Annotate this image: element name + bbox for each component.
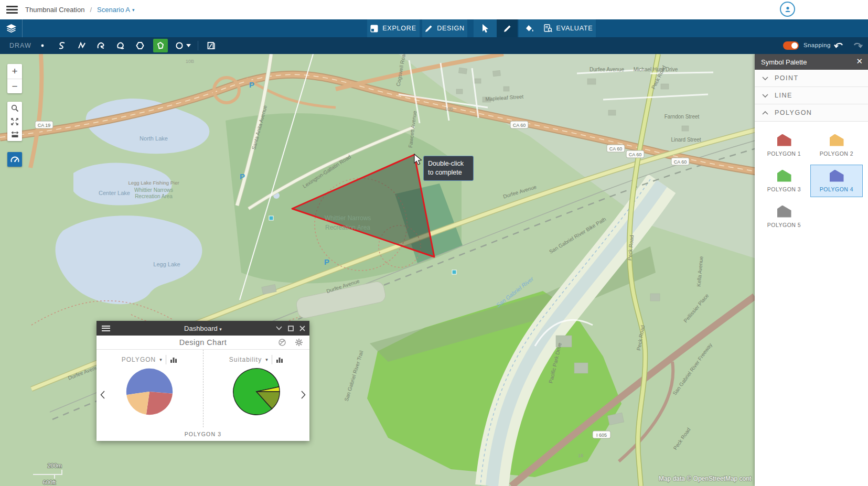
route-badge: I 605 bbox=[593, 431, 610, 438]
hexagon-icon bbox=[136, 41, 144, 50]
select-tool-button[interactable] bbox=[474, 19, 497, 37]
mouse-cursor-icon bbox=[414, 154, 423, 165]
measure-icon bbox=[11, 131, 19, 138]
draw-point-tool[interactable] bbox=[35, 39, 50, 52]
svg-text:CA 60: CA 60 bbox=[629, 152, 642, 157]
palette-symbol-polygon-2[interactable]: POLYGON 2 bbox=[810, 129, 863, 161]
map-label: 10B bbox=[186, 59, 194, 64]
draw-polyline-tool[interactable] bbox=[74, 39, 89, 52]
snapping-toggle[interactable] bbox=[783, 41, 799, 50]
draw-freehand-polygon-tool[interactable] bbox=[113, 39, 128, 52]
sketch-tool-button[interactable] bbox=[497, 19, 518, 37]
map-label: North Lake bbox=[140, 135, 168, 142]
layers-icon bbox=[6, 24, 16, 33]
breadcrumb-scenario[interactable]: Scenario A bbox=[97, 6, 130, 14]
app-root: North LakeCenter LakeLegg LakeLegg Lake … bbox=[0, 0, 868, 486]
chart-field-caret-icon[interactable]: ▾ bbox=[265, 357, 268, 362]
chart-type-icon[interactable] bbox=[170, 357, 178, 363]
palette-symbol-label: POLYGON 4 bbox=[820, 186, 853, 192]
map-label: Michael Hunt Drive bbox=[634, 67, 678, 72]
mode-nav-bar: EXPLORE DESIGN bbox=[0, 19, 868, 37]
draw-freehand-line-tool[interactable] bbox=[94, 39, 109, 52]
app-menu-icon[interactable] bbox=[6, 6, 18, 14]
map-label: Center Lake bbox=[99, 190, 130, 196]
search-icon bbox=[11, 104, 19, 112]
tab-design-label: DESIGN bbox=[437, 25, 465, 32]
redo-button[interactable] bbox=[853, 40, 863, 49]
undo-icon bbox=[834, 40, 844, 49]
full-extent-button[interactable] bbox=[7, 115, 22, 128]
tab-explore[interactable]: EXPLORE bbox=[367, 19, 420, 37]
search-button[interactable] bbox=[7, 102, 22, 115]
select-arrow-icon bbox=[481, 24, 489, 33]
tab-evaluate-label: EVALUATE bbox=[556, 25, 593, 32]
dashboard-subtitle: Design Chart bbox=[179, 338, 227, 347]
svg-text:CA 19: CA 19 bbox=[38, 123, 51, 128]
pie-slice bbox=[126, 369, 173, 395]
close-window-icon[interactable] bbox=[299, 326, 305, 331]
divider bbox=[272, 355, 272, 364]
palette-section-line[interactable]: LINE bbox=[755, 87, 868, 104]
symbol-palette-title: Symbol Palette bbox=[761, 58, 807, 66]
next-chart-button[interactable] bbox=[301, 391, 306, 399]
study-area-icon bbox=[207, 41, 215, 50]
route-badge: CA 60 bbox=[510, 121, 528, 128]
collapse-window-icon[interactable] bbox=[276, 326, 282, 330]
chart-field-caret-icon[interactable]: ▾ bbox=[159, 357, 162, 362]
zoom-control: + − bbox=[7, 64, 22, 93]
divider bbox=[166, 355, 166, 364]
dashboard-subheader: Design Chart bbox=[97, 336, 309, 350]
palette-symbol-polygon-1[interactable]: POLYGON 1 bbox=[758, 129, 810, 161]
map-label: Durfee Avenue bbox=[590, 67, 624, 72]
zoom-out-button[interactable]: − bbox=[7, 79, 22, 93]
chart-type-icon[interactable] bbox=[276, 357, 284, 363]
scenario-caret-icon[interactable]: ▾ bbox=[132, 7, 135, 13]
dashboard-toggle-button[interactable] bbox=[7, 152, 22, 167]
prev-chart-button[interactable] bbox=[100, 391, 105, 399]
pie-chart-polygon[interactable] bbox=[124, 366, 175, 417]
palette-symbol-polygon-4[interactable]: POLYGON 4 bbox=[810, 165, 863, 197]
zoom-in-button[interactable]: + bbox=[7, 64, 22, 79]
layers-button[interactable] bbox=[0, 19, 23, 37]
palette-section-point[interactable]: POINT bbox=[755, 70, 868, 87]
draw-curve-tool[interactable] bbox=[55, 39, 69, 52]
pie-chart-suitability[interactable] bbox=[231, 366, 282, 417]
palette-symbol-label: POLYGON 5 bbox=[767, 222, 801, 228]
draw-polygon-tool-active[interactable] bbox=[153, 39, 168, 52]
draw-autocomplete-polygon-tool[interactable] bbox=[133, 39, 147, 52]
maximize-window-icon[interactable] bbox=[288, 326, 294, 331]
vertex-handle[interactable] bbox=[452, 270, 456, 274]
chevron-up-icon bbox=[762, 111, 768, 115]
polygon-swatch-icon bbox=[830, 134, 844, 146]
palette-symbol-polygon-3[interactable]: POLYGON 3 bbox=[758, 165, 810, 197]
user-avatar[interactable] bbox=[780, 2, 795, 17]
polygon-swatch-icon bbox=[777, 206, 791, 218]
dashboard-title-caret-icon: ▾ bbox=[219, 327, 222, 332]
map-label: Whittier Narrows bbox=[134, 187, 173, 193]
tab-evaluate[interactable]: EVALUATE bbox=[541, 19, 596, 37]
tab-design[interactable]: DESIGN bbox=[422, 19, 467, 37]
chart-field-select[interactable]: Suitability bbox=[229, 356, 262, 363]
palette-section-polygon[interactable]: POLYGON bbox=[755, 104, 868, 122]
measure-button[interactable] bbox=[7, 128, 22, 141]
palette-symbol-label: POLYGON 1 bbox=[767, 150, 801, 157]
route-badge: CA 60 bbox=[671, 158, 689, 165]
toolbar-divider bbox=[198, 41, 198, 50]
palette-symbol-label: POLYGON 2 bbox=[820, 150, 853, 157]
draw-study-area-tool[interactable] bbox=[203, 39, 218, 52]
palette-close-icon[interactable]: ✕ bbox=[856, 57, 863, 66]
chart-field-select[interactable]: POLYGON bbox=[122, 356, 156, 363]
scale-imperial: 600ft bbox=[43, 479, 56, 485]
undo-button[interactable] bbox=[834, 40, 844, 49]
chart-settings-gear-icon[interactable] bbox=[295, 338, 303, 347]
dashboard-titlebar[interactable]: Dashboard ▾ bbox=[97, 321, 309, 336]
map-label: Whittier Narrows bbox=[325, 214, 371, 222]
curve-icon bbox=[58, 41, 66, 50]
chevron-down-icon bbox=[762, 93, 768, 98]
palette-symbol-polygon-5[interactable]: POLYGON 5 bbox=[758, 200, 810, 233]
circle-tool-caret[interactable] bbox=[185, 39, 192, 52]
symbol-palette-header: Symbol Palette ✕ bbox=[755, 54, 868, 70]
visibility-off-icon[interactable] bbox=[278, 338, 286, 347]
fill-tool-button[interactable] bbox=[519, 19, 541, 37]
vertex-handle[interactable] bbox=[269, 216, 273, 220]
